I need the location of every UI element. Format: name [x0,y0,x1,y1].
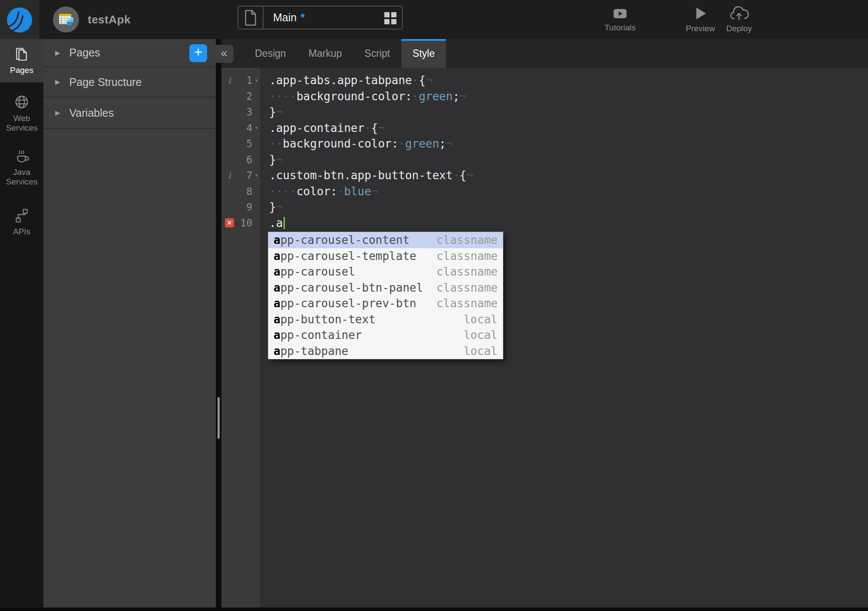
left-sidebar: Pages Web Services Java Services [0,39,43,608]
gutter-row: 5 [221,136,261,152]
code-line[interactable]: .custom-btn.app-button-text·{¬ [261,168,868,184]
preview-button[interactable]: Preview [684,0,716,39]
brand-swirl-icon [5,5,34,34]
pages-grid-icon[interactable] [384,12,396,24]
app-window: testApk Main * Tutorials [0,0,868,611]
panel-section-label: Page Structure [69,76,142,89]
panel-scrollbar-thumb[interactable] [218,397,220,439]
chevron-right-icon: ▶ [55,109,60,117]
api-nodes-icon [14,208,30,223]
deploy-button[interactable]: Deploy [723,0,756,39]
code-line[interactable]: ····color:·blue¬ [261,184,868,200]
gutter-row: 4▾ [221,120,261,136]
line-number: 3 [235,106,252,118]
tab-design[interactable]: Design [244,39,297,68]
line-number: 6 [235,154,252,165]
sidebar-item-label: Java Services [0,168,43,187]
gutter-row: 2 [221,89,261,105]
gutter-row: ✕10 [221,215,261,231]
autocomplete-item-kind: local [464,313,498,326]
add-page-button[interactable]: + [189,44,207,62]
preview-label: Preview [686,24,715,33]
autocomplete-item-kind: local [464,345,498,358]
app-icon[interactable] [53,7,79,33]
code-line[interactable]: }¬ [261,104,868,120]
autocomplete-item[interactable]: app-carouselclassname [268,264,503,280]
sidebar-item-java-services[interactable]: Java Services [0,143,43,191]
code-line[interactable]: }¬ [261,199,868,215]
tutorials-button[interactable]: Tutorials [603,0,637,39]
autocomplete-item-kind: classname [436,281,498,294]
panel-section-label: Pages [69,46,100,59]
line-number: 1 [235,75,252,86]
panel-editor-divider [216,39,221,608]
brand-logo[interactable] [0,0,39,39]
sidebar-item-label: Web Services [0,114,43,133]
unsaved-marker: * [300,11,305,24]
autocomplete-item[interactable]: app-button-textlocal [268,312,503,328]
tab-script[interactable]: Script [353,39,401,68]
sidebar-item-pages[interactable]: Pages [0,39,43,82]
autocomplete-item[interactable]: app-carousel-prev-btnclassname [268,296,503,312]
globe-icon [13,94,30,110]
collapse-panel-button[interactable]: « [215,45,234,63]
deploy-label: Deploy [726,24,752,33]
tutorials-label: Tutorials [604,23,636,33]
autocomplete-item[interactable]: app-tabpanelocal [268,343,503,359]
line-number: 4 [235,122,252,134]
pages-icon [14,46,30,62]
editor-gutter: i1▾234▾56i7▾89✕10 [221,68,261,608]
panel-section-pages[interactable]: ▶ Pages + [43,39,216,67]
panel-section-label: Variables [69,107,114,119]
line-number: 8 [235,186,252,197]
info-marker-icon: i [228,75,231,85]
editor-tab-bar: « Design Markup Script Style [221,39,868,68]
autocomplete-item[interactable]: app-containerlocal [268,327,503,343]
line-number: 2 [235,91,252,102]
autocomplete-item-kind: classname [436,297,498,310]
gutter-row: i1▾ [221,72,261,89]
code-line[interactable]: .app-container·{¬ [261,120,868,136]
sidebar-item-label: Pages [10,66,33,75]
chevron-right-icon: ▶ [55,78,60,86]
autocomplete-item-kind: classname [436,233,498,246]
autocomplete-item-kind: classname [436,250,498,263]
autocomplete-item[interactable]: app-carousel-templateclassname [268,248,503,264]
coffee-icon [13,148,30,164]
panel-section-page-structure[interactable]: ▶ Page Structure [43,67,216,98]
gutter-row: 8 [221,184,261,200]
panel-section-variables[interactable]: ▶ Variables [43,98,216,129]
code-line[interactable]: .app-tabs.app-tabpane·{¬ [261,72,868,89]
sidebar-item-web-services[interactable]: Web Services [0,89,43,137]
error-marker-icon: ✕ [225,218,234,227]
autocomplete-item[interactable]: app-carousel-contentclassname [268,232,503,248]
page-file-icon [238,7,264,29]
gutter-row: 6 [221,152,261,168]
autocomplete-item-kind: classname [436,265,498,278]
fold-toggle-icon[interactable]: ▾ [252,173,261,178]
tab-markup[interactable]: Markup [297,39,353,68]
sidebar-item-apis[interactable]: APIs [0,204,43,241]
info-marker-icon: i [228,170,231,181]
youtube-icon [611,7,629,20]
app-name: testApk [88,0,131,39]
gutter-row: 9 [221,199,261,215]
line-number: 7 [235,170,252,181]
autocomplete-item-kind: local [464,328,498,342]
code-line[interactable]: ··background-color:·green;¬ [261,136,868,152]
text-cursor [284,217,285,229]
fold-toggle-icon[interactable]: ▾ [252,125,261,131]
autocomplete-popup: app-carousel-contentclassnameapp-carouse… [268,232,503,359]
gutter-row: 3 [221,104,261,120]
top-bar: testApk Main * Tutorials [0,0,868,39]
play-icon [693,6,708,21]
form-database-icon [58,11,74,28]
fold-toggle-icon[interactable]: ▾ [252,78,261,83]
code-line[interactable]: ····background-color:·green;¬ [261,89,868,105]
code-line[interactable]: }¬ [261,152,868,168]
page-selector[interactable]: Main * [238,6,403,30]
tab-style[interactable]: Style [401,39,446,68]
autocomplete-item[interactable]: app-carousel-btn-panelclassname [268,280,503,296]
line-number: 9 [235,201,252,213]
code-line[interactable]: .a [261,215,868,231]
